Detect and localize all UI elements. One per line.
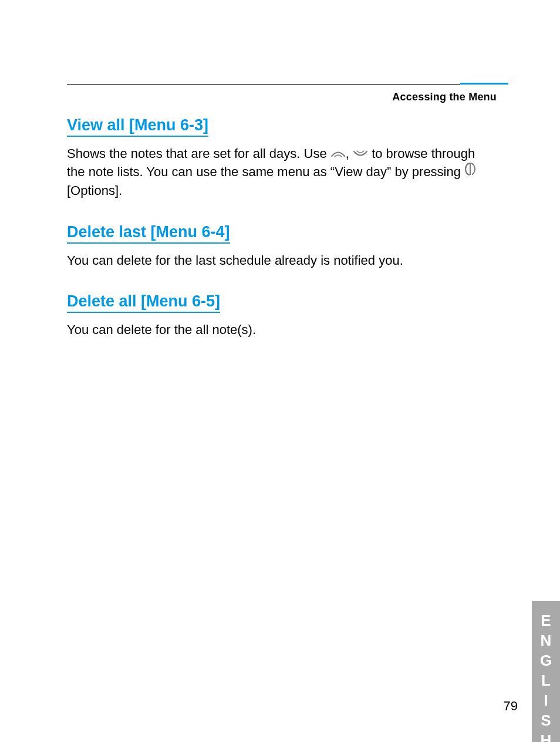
nav-down-icon (353, 145, 368, 163)
nav-up-icon (330, 145, 346, 163)
header-rule-thin (67, 84, 508, 85)
body-text-fragment: , (346, 146, 353, 161)
section-view-all: View all [Menu 6-3] Shows the notes that… (67, 116, 495, 200)
softkey-left-icon (464, 163, 476, 181)
body-text-fragment: Shows the notes that are set for all day… (67, 146, 330, 161)
language-tab: ENGLISH (532, 601, 560, 742)
header-rule-accent (460, 83, 508, 85)
section-delete-all: Delete all [Menu 6-5] You can delete for… (67, 292, 495, 339)
section-title-delete-last: Delete last [Menu 6-4] (67, 223, 230, 244)
section-body-delete-last: You can delete for the last schedule alr… (67, 252, 495, 269)
section-title-delete-all: Delete all [Menu 6-5] (67, 292, 220, 313)
section-body-delete-all: You can delete for the all note(s). (67, 321, 495, 339)
section-title-view-all: View all [Menu 6-3] (67, 116, 208, 137)
page: Accessing the Menu View all [Menu 6-3] S… (0, 0, 560, 742)
content-area: View all [Menu 6-3] Shows the notes that… (67, 116, 495, 362)
language-tab-label: ENGLISH (538, 612, 554, 742)
section-body-view-all: Shows the notes that are set for all day… (67, 145, 495, 200)
page-number: 79 (504, 699, 518, 714)
body-text-fragment: [Options]. (67, 183, 122, 198)
header-rule (67, 83, 508, 85)
section-delete-last: Delete last [Menu 6-4] You can delete fo… (67, 223, 495, 269)
running-header: Accessing the Menu (392, 91, 497, 103)
